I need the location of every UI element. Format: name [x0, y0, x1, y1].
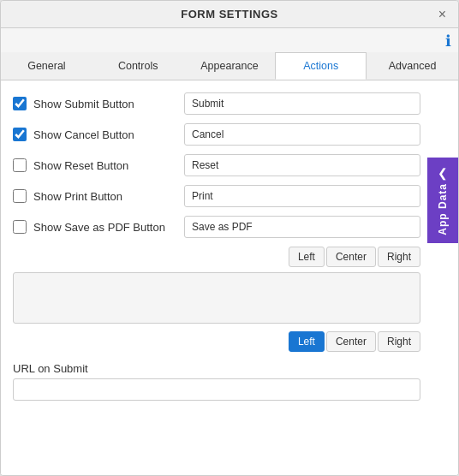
- tab-controls[interactable]: Controls: [92, 52, 184, 80]
- reset-text-input[interactable]: [184, 154, 420, 176]
- reset-checkbox[interactable]: [13, 158, 27, 172]
- cancel-checkbox[interactable]: [13, 128, 27, 141]
- print-label-text: Show Print Button: [33, 190, 122, 203]
- app-data-tab[interactable]: ❮ App Data: [427, 158, 458, 243]
- top-align-container: Left Center Right: [13, 247, 420, 267]
- reset-row: Show Reset Button: [13, 154, 420, 176]
- dialog-header: FORM SETTINGS ×: [1, 1, 458, 28]
- content-area: Show Submit Button Show Cancel Button Sh…: [1, 80, 458, 475]
- pdf-checkbox[interactable]: [13, 220, 27, 234]
- bottom-align-group: Left Center Right: [289, 331, 420, 352]
- url-label: URL on Submit: [13, 362, 420, 375]
- close-button[interactable]: ×: [435, 6, 450, 23]
- pdf-checkbox-label[interactable]: Show Save as PDF Button: [13, 220, 184, 234]
- dialog-title: FORM SETTINGS: [181, 8, 277, 21]
- tab-general[interactable]: General: [1, 52, 92, 80]
- submit-text-input[interactable]: [184, 92, 420, 115]
- cancel-label-text: Show Cancel Button: [33, 128, 134, 141]
- bottom-align-center[interactable]: Center: [326, 331, 376, 352]
- top-align-left[interactable]: Left: [289, 247, 325, 267]
- tab-actions[interactable]: Actions: [275, 52, 367, 80]
- bottom-align-container: Left Center Right: [13, 331, 420, 352]
- pdf-text-input[interactable]: [184, 216, 420, 238]
- bottom-align-right[interactable]: Right: [378, 331, 420, 352]
- tab-advanced[interactable]: Advanced: [367, 52, 458, 80]
- pdf-label-text: Show Save as PDF Button: [33, 221, 165, 234]
- print-row: Show Print Button: [13, 185, 420, 207]
- cancel-row: Show Cancel Button: [13, 123, 420, 146]
- top-align-right[interactable]: Right: [378, 247, 420, 267]
- info-icon[interactable]: ℹ: [445, 32, 451, 51]
- submit-row: Show Submit Button: [13, 92, 420, 115]
- top-align-center[interactable]: Center: [326, 247, 376, 267]
- print-checkbox[interactable]: [13, 189, 27, 203]
- bottom-align-left[interactable]: Left: [289, 331, 325, 352]
- submit-checkbox[interactable]: [13, 97, 27, 110]
- print-checkbox-label[interactable]: Show Print Button: [13, 189, 184, 203]
- cancel-text-input[interactable]: [184, 123, 420, 146]
- chevron-left-icon: ❮: [438, 166, 448, 180]
- submit-checkbox-label[interactable]: Show Submit Button: [13, 97, 184, 110]
- description-textarea[interactable]: [13, 272, 420, 324]
- info-icon-row: ℹ: [1, 28, 458, 52]
- tabs-bar: General Controls Appearance Actions Adva…: [1, 52, 458, 80]
- reset-checkbox-label[interactable]: Show Reset Button: [13, 158, 184, 172]
- url-section: URL on Submit: [13, 362, 420, 401]
- app-data-label: App Data: [437, 183, 449, 235]
- cancel-checkbox-label[interactable]: Show Cancel Button: [13, 128, 184, 141]
- pdf-row: Show Save as PDF Button: [13, 216, 420, 238]
- submit-label-text: Show Submit Button: [33, 98, 134, 110]
- tab-appearance[interactable]: Appearance: [184, 52, 276, 80]
- top-align-group: Left Center Right: [289, 247, 420, 267]
- reset-label-text: Show Reset Button: [33, 159, 128, 172]
- form-settings-dialog: FORM SETTINGS × ℹ General Controls Appea…: [0, 0, 459, 476]
- url-input[interactable]: [13, 378, 420, 401]
- print-text-input[interactable]: [184, 185, 420, 207]
